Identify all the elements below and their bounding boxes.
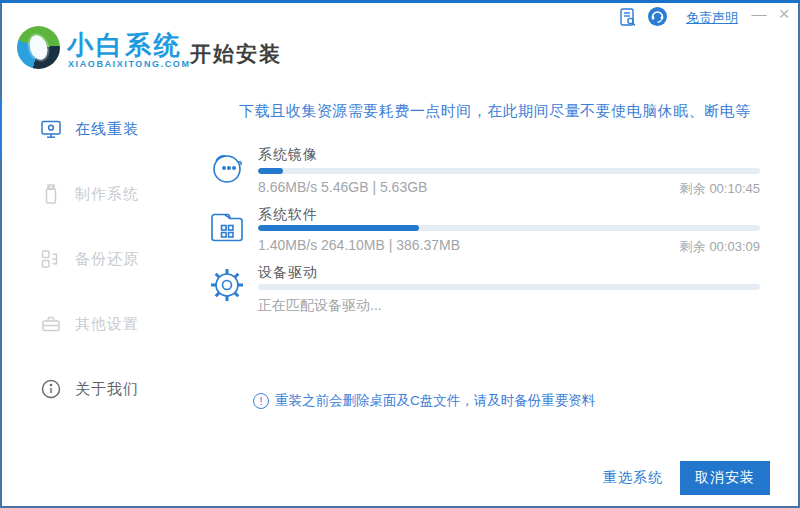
progress-bar-device-driver [258,284,760,290]
backup-notice: ! 重装之前会删除桌面及C盘文件，请及时备份重要资料 [253,392,595,410]
sidebar-item-make-system[interactable]: 制作系统 [2,164,190,224]
app-logo [17,26,60,69]
info-icon [40,378,62,400]
progress-fill [258,168,283,174]
progress-bar-system-image [258,168,760,174]
sidebar-item-online-reinstall[interactable]: 在线重装 [2,99,190,159]
folder-apps-icon [207,207,247,247]
sidebar-item-label: 制作系统 [75,185,139,204]
page-title: 开始安装 [190,40,282,68]
sidebar-item-label: 关于我们 [75,380,139,399]
usb-drive-icon [40,183,62,205]
backup-restore-icon [40,248,62,270]
document-disclaimer-icon[interactable] [620,8,637,27]
disclaimer-link[interactable]: 免责声明 [686,9,738,27]
task-remaining-system-software: 剩余 00:03:09 [680,238,760,256]
close-button[interactable]: × [773,2,795,26]
backup-notice-text: 重装之前会删除桌面及C盘文件，请及时备份重要资料 [275,392,595,410]
download-warning-text: 下载且收集资源需要耗费一点时间，在此期间尽量不要使电脑休眠、断电等 [190,102,800,121]
progress-bar-system-software [258,225,760,231]
toolbox-icon [40,313,62,335]
sidebar-item-label: 在线重装 [75,120,139,139]
task-status-device-driver: 正在匹配设备驱动... [258,297,382,315]
sidebar-item-backup-restore[interactable]: 备份还原 [2,229,190,289]
app-window: 免责声明 — × 小白系统 XIAOBAIXITONG.COM 开始安装 在线重… [0,0,800,508]
brand-domain: XIAOBAIXITONG.COM [68,59,191,69]
task-stats-system-software: 1.40MB/s 264.10MB | 386.37MB [258,237,460,253]
task-name-system-software: 系统软件 [258,206,318,224]
cancel-install-button[interactable]: 取消安装 [680,461,770,495]
sidebar-item-about-us[interactable]: 关于我们 [2,359,190,419]
monitor-reinstall-icon [40,118,62,140]
task-name-device-driver: 设备驱动 [258,264,318,282]
gear-icon [207,265,247,305]
task-name-system-image: 系统镜像 [258,146,318,164]
reselect-system-button[interactable]: 重选系统 [603,469,663,487]
sidebar-item-label: 其他设置 [75,315,139,334]
sidebar: 在线重装 制作系统 备份还原 [2,90,190,506]
face-chat-icon [207,148,247,188]
customer-service-icon[interactable] [648,7,667,26]
circle-exclamation-icon: ! [253,393,269,409]
sidebar-item-label: 备份还原 [75,250,139,269]
task-remaining-system-image: 剩余 00:10:45 [680,180,760,198]
progress-fill [258,225,419,231]
minimize-button[interactable]: — [748,2,770,26]
brand-name: 小白系统 [67,28,183,63]
task-stats-system-image: 8.66MB/s 5.46GB | 5.63GB [258,179,427,195]
sidebar-item-other-settings[interactable]: 其他设置 [2,294,190,354]
